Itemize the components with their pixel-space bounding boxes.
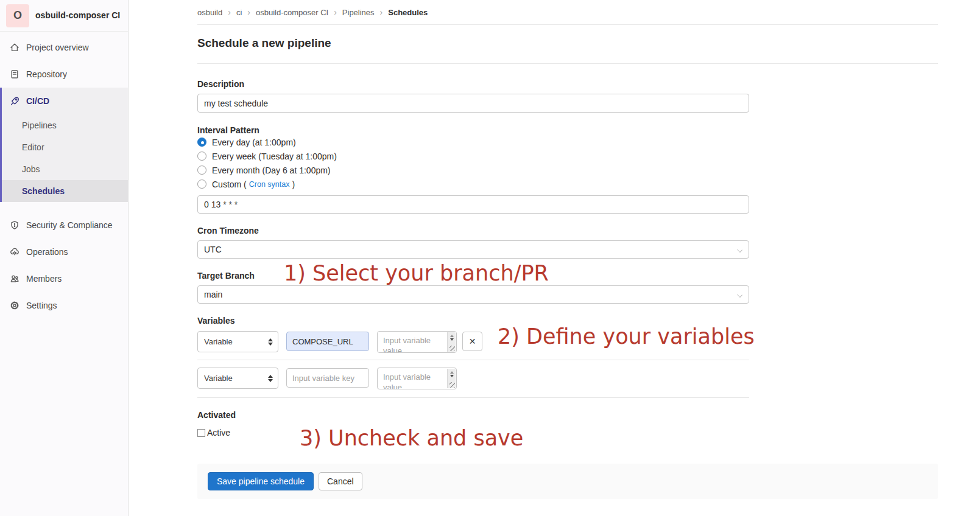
variables-divider	[197, 360, 749, 360]
sidebar-item-label: Operations	[26, 247, 68, 257]
sidebar-subitem-label: Editor	[22, 142, 44, 152]
breadcrumb-item-project[interactable]: osbuild-composer CI	[256, 8, 328, 17]
radio-every-day[interactable]: Every day (at 1:00pm)	[197, 135, 749, 149]
document-icon	[10, 69, 19, 79]
radio-custom[interactable]: Custom ( Cron syntax )	[197, 177, 749, 191]
sidebar-item-cicd[interactable]: CI/CD	[2, 88, 128, 114]
variable-row: Variable Input variable key Input variab…	[197, 368, 749, 389]
gear-icon	[10, 301, 19, 310]
project-name: osbuild-composer CI	[35, 10, 120, 20]
variable-value-textarea[interactable]: Input variable value	[377, 368, 457, 389]
radio-label: Custom (	[212, 180, 247, 189]
sidebar-section-cicd: CI/CD Pipelines Editor Jobs Schedules	[0, 88, 128, 202]
cron-timezone-select[interactable]: UTC	[197, 240, 749, 259]
sidebar-item-settings[interactable]: Settings	[0, 292, 128, 319]
sidebar-nav: Project overview Repository	[0, 32, 128, 319]
sidebar-item-pipelines[interactable]: Pipelines	[2, 114, 128, 136]
sidebar-item-operations[interactable]: Operations	[0, 239, 128, 265]
breadcrumb-item-ci[interactable]: ci	[236, 8, 242, 17]
active-checkbox[interactable]	[197, 429, 205, 437]
radio-every-week[interactable]: Every week (Tuesday at 1:00pm)	[197, 149, 749, 163]
variable-type-select[interactable]: Variable	[197, 331, 278, 352]
variables-divider	[197, 397, 749, 398]
members-icon	[10, 274, 19, 284]
radio-button	[197, 152, 206, 161]
breadcrumb-item-pipelines[interactable]: Pipelines	[342, 8, 375, 17]
sidebar-item-members[interactable]: Members	[0, 265, 128, 292]
variable-type-select[interactable]: Variable	[197, 368, 278, 389]
project-sidebar: O osbuild-composer CI Project overview R…	[0, 0, 129, 516]
radio-button	[197, 180, 206, 189]
variable-type-value: Variable	[204, 337, 233, 346]
schedule-form: Description my test schedule Interval Pa…	[197, 79, 749, 438]
sidebar-subitem-label: Pipelines	[22, 120, 57, 130]
radio-label: Every week (Tuesday at 1:00pm)	[212, 152, 337, 161]
target-branch-select[interactable]: main	[197, 285, 749, 304]
variable-key-placeholder: Input variable key	[292, 374, 354, 383]
description-input[interactable]: my test schedule	[197, 94, 749, 113]
sidebar-item-label: Settings	[26, 301, 57, 310]
variable-row: Variable COMPOSE_URL Input variable valu…	[197, 331, 749, 353]
variable-type-value: Variable	[204, 374, 233, 383]
chevron-down-icon	[737, 247, 742, 253]
resize-grip[interactable]	[449, 382, 455, 388]
variable-key-input[interactable]: Input variable key	[286, 368, 369, 388]
sidebar-subitem-label: Jobs	[22, 164, 40, 174]
scroll-up-icon	[450, 371, 454, 374]
scroll-down-icon	[450, 375, 454, 377]
sidebar-item-label: Security & Compliance	[26, 220, 113, 230]
chevron-right-icon: ›	[380, 7, 383, 17]
variable-value-textarea[interactable]: Input variable value	[377, 331, 457, 353]
cron-pattern-input[interactable]: 0 13 * * *	[197, 195, 749, 214]
breadcrumb-item-schedules: Schedules	[388, 8, 428, 17]
shield-icon	[10, 220, 19, 230]
sidebar-item-label: Project overview	[26, 43, 89, 52]
scroll-up-icon	[450, 335, 454, 337]
sidebar-item-security-compliance[interactable]: Security & Compliance	[0, 212, 128, 239]
remove-variable-button[interactable]: ✕	[462, 332, 482, 351]
sidebar-item-jobs[interactable]: Jobs	[2, 158, 128, 180]
sidebar-item-project-overview[interactable]: Project overview	[0, 34, 128, 61]
sidebar-item-label: Repository	[26, 69, 67, 79]
variables-label: Variables	[197, 316, 749, 326]
cancel-button[interactable]: Cancel	[319, 472, 362, 490]
description-label: Description	[197, 79, 749, 89]
variable-value-placeholder: Input variable value	[378, 332, 456, 352]
project-avatar: O	[6, 4, 29, 27]
sidebar-item-editor[interactable]: Editor	[2, 136, 128, 158]
variable-key-input[interactable]: COMPOSE_URL	[286, 332, 369, 351]
project-header[interactable]: O osbuild-composer CI	[0, 0, 128, 32]
active-checkbox-label: Active	[207, 428, 230, 438]
chevron-down-icon	[737, 292, 742, 298]
home-icon	[10, 43, 19, 52]
radio-label: )	[292, 180, 295, 189]
radio-button	[197, 166, 206, 175]
breadcrumb-item-osbuild[interactable]: osbuild	[197, 8, 222, 17]
radio-every-month[interactable]: Every month (Day 6 at 1:00pm)	[197, 163, 749, 177]
active-checkbox-row[interactable]: Active	[197, 428, 749, 438]
page-title: Schedule a new pipeline	[197, 37, 938, 50]
scroll-down-icon	[450, 338, 454, 341]
breadcrumb-divider	[197, 24, 938, 25]
sidebar-item-repository[interactable]: Repository	[0, 61, 128, 88]
breadcrumb: osbuild › ci › osbuild-composer CI › Pip…	[129, 0, 980, 24]
resize-grip[interactable]	[449, 346, 455, 351]
chevron-right-icon: ›	[228, 7, 231, 17]
updown-arrows-icon	[268, 338, 273, 346]
radio-button	[197, 138, 206, 147]
sidebar-item-label: Members	[26, 274, 62, 284]
rocket-icon	[10, 96, 19, 106]
cron-timezone-label: Cron Timezone	[197, 226, 749, 235]
title-divider	[197, 63, 938, 64]
save-pipeline-schedule-button[interactable]: Save pipeline schedule	[208, 472, 314, 490]
chevron-right-icon: ›	[334, 7, 337, 17]
sidebar-item-schedules[interactable]: Schedules	[2, 180, 128, 202]
sidebar-item-label: CI/CD	[26, 96, 49, 106]
page-content: Schedule a new pipeline Description my t…	[129, 37, 980, 499]
nav-spacer	[0, 202, 128, 212]
variable-value-placeholder: Input variable value	[378, 368, 456, 389]
updown-arrows-icon	[268, 375, 273, 382]
activated-label: Activated	[197, 410, 749, 420]
form-actions-footer: Save pipeline schedule Cancel	[197, 464, 938, 499]
cron-syntax-link[interactable]: Cron syntax	[249, 180, 290, 189]
